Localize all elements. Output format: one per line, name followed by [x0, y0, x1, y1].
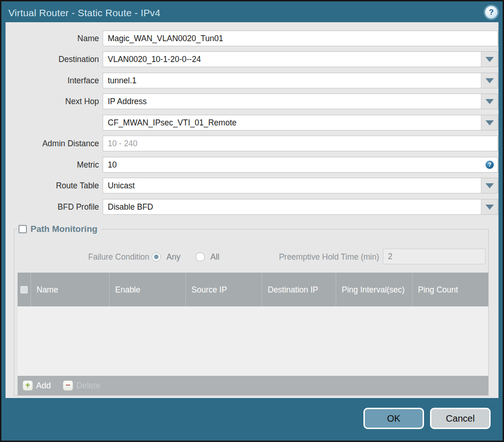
path-monitoring-section: Path Monitoring Failure Condition Any Al… — [14, 224, 489, 396]
metric-help-icon[interactable]: ? — [486, 161, 494, 169]
minus-glyph: − — [66, 381, 71, 389]
dialog-title: Virtual Router - Static Route - IPv4 — [8, 6, 160, 20]
next-hop-address-input[interactable] — [103, 115, 481, 130]
cancel-button[interactable]: Cancel — [430, 408, 491, 429]
table-header-row: Name Enable Source IP Destination IP Pin… — [18, 273, 488, 306]
bfd-profile-dropdown-button[interactable] — [481, 199, 498, 214]
failure-condition-any-radio[interactable] — [152, 252, 161, 261]
chevron-down-icon — [486, 205, 494, 210]
table-body-empty — [18, 306, 488, 376]
metric-field-wrap: ? — [103, 157, 498, 173]
name-field-wrap — [103, 31, 498, 46]
destination-field-wrap — [103, 51, 498, 67]
destination-dropdown-button[interactable] — [481, 52, 498, 67]
path-monitoring-title: Path Monitoring — [31, 224, 98, 234]
metric-input[interactable] — [103, 157, 498, 173]
next-hop-address-field-wrap — [103, 115, 498, 131]
interface-field-wrap — [103, 73, 498, 88]
column-header-destination-ip[interactable]: Destination IP — [262, 273, 336, 306]
name-input[interactable] — [103, 31, 498, 46]
ok-button[interactable]: OK — [363, 408, 424, 429]
help-icon-glyph: ? — [489, 8, 493, 17]
column-header-name[interactable]: Name — [31, 273, 110, 306]
delete-button-label: Delete — [76, 381, 100, 391]
preemptive-hold-time-label: Preemptive Hold Time (min) — [259, 252, 379, 262]
route-table-label: Route Table — [13, 178, 99, 193]
chevron-down-icon — [486, 99, 494, 104]
preemptive-hold-time-input[interactable] — [383, 249, 486, 264]
admin-distance-input[interactable] — [103, 136, 498, 151]
chevron-down-icon — [486, 120, 494, 125]
column-header-enable[interactable]: Enable — [110, 273, 186, 306]
admin-distance-label: Admin Distance — [13, 136, 99, 151]
select-all-checkbox[interactable] — [20, 286, 28, 293]
static-route-dialog: Virtual Router - Static Route - IPv4 ? N… — [0, 0, 504, 442]
column-header-ping-count[interactable]: Ping Count — [412, 273, 488, 306]
interface-input[interactable] — [103, 73, 481, 88]
delete-minus-icon: − — [63, 380, 73, 391]
delete-button[interactable]: − Delete — [63, 380, 100, 391]
add-button-label: Add — [36, 381, 51, 391]
destination-input[interactable] — [103, 52, 481, 67]
next-hop-dropdown-button[interactable] — [481, 94, 498, 109]
failure-condition-any-label: Any — [166, 252, 180, 262]
path-monitoring-table: Name Enable Source IP Destination IP Pin… — [18, 273, 488, 395]
metric-label: Metric — [13, 157, 99, 173]
chevron-down-icon — [486, 57, 494, 62]
route-table-field-wrap — [103, 178, 498, 193]
route-table-input[interactable] — [103, 178, 481, 193]
failure-condition-all-label: All — [210, 252, 219, 262]
chevron-down-icon — [486, 78, 494, 83]
next-hop-type-input[interactable] — [103, 94, 481, 109]
admin-distance-field-wrap — [103, 136, 498, 151]
next-hop-label: Next Hop — [13, 93, 99, 109]
route-table-dropdown-button[interactable] — [481, 178, 498, 193]
bfd-profile-label: BFD Profile — [13, 199, 99, 215]
interface-label: Interface — [13, 73, 99, 88]
column-header-source-ip[interactable]: Source IP — [186, 273, 262, 306]
chevron-down-icon — [486, 183, 494, 188]
path-monitoring-legend: Path Monitoring — [18, 224, 101, 234]
bfd-profile-input[interactable] — [103, 199, 481, 214]
metric-help-glyph: ? — [488, 162, 491, 168]
column-header-ping-interval[interactable]: Ping Interval(sec) — [336, 273, 412, 306]
add-button[interactable]: + Add — [23, 380, 51, 391]
next-hop-field-wrap — [103, 93, 498, 109]
next-hop-address-dropdown-button[interactable] — [481, 115, 498, 130]
table-footer-bar: + Add − Delete — [18, 376, 488, 395]
table-header-checkbox-cell — [18, 273, 31, 306]
failure-condition-label: Failure Condition — [42, 252, 149, 262]
add-plus-icon: + — [23, 380, 33, 391]
destination-label: Destination — [13, 51, 99, 67]
path-monitoring-checkbox[interactable] — [18, 225, 27, 233]
failure-condition-all-radio[interactable] — [196, 252, 205, 261]
bfd-profile-field-wrap — [103, 199, 498, 215]
plus-glyph: + — [25, 381, 31, 389]
help-icon[interactable]: ? — [485, 6, 498, 19]
interface-dropdown-button[interactable] — [481, 73, 498, 88]
name-label: Name — [13, 31, 99, 46]
